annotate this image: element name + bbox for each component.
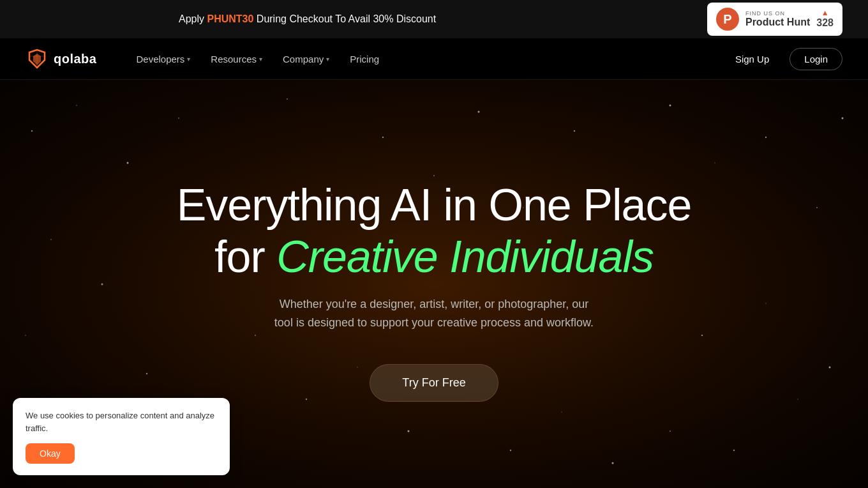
ph-arrow-icon: ▲: [821, 9, 829, 17]
hero-title-highlight: Creative Individuals: [276, 232, 654, 282]
nav-item-pricing[interactable]: Pricing: [342, 49, 387, 70]
ph-find-us-text: FIND US ON: [745, 10, 810, 17]
try-for-free-button[interactable]: Try For Free: [370, 364, 498, 402]
ph-number: 328: [816, 17, 834, 29]
svg-point-4: [178, 118, 179, 119]
svg-point-37: [510, 450, 511, 451]
svg-point-21: [714, 162, 715, 164]
nav-item-developers[interactable]: Developers ▾: [128, 49, 198, 70]
chevron-down-icon: ▾: [326, 56, 329, 63]
svg-point-1: [31, 130, 33, 132]
nav-item-resources[interactable]: Resources ▾: [203, 49, 270, 70]
ph-name: Product Hunt: [745, 17, 810, 28]
svg-point-20: [670, 105, 671, 107]
cookie-text: We use cookies to personalize content an…: [26, 409, 217, 434]
hero-title-line1: Everything AI in One Place: [177, 180, 692, 230]
logo-text: qolaba: [54, 52, 96, 66]
signup-button[interactable]: Sign Up: [725, 49, 779, 70]
logo[interactable]: qolaba: [26, 47, 96, 70]
svg-point-3: [127, 162, 129, 164]
ph-count: ▲ 328: [816, 9, 834, 29]
svg-point-22: [765, 137, 767, 138]
svg-point-31: [797, 399, 798, 400]
svg-point-2: [76, 105, 77, 106]
chevron-down-icon: ▾: [259, 56, 262, 63]
svg-point-16: [478, 111, 480, 113]
svg-point-8: [25, 335, 26, 336]
svg-point-9: [146, 373, 147, 374]
svg-point-30: [733, 450, 735, 451]
chevron-down-icon: ▾: [187, 56, 190, 63]
promo-code: PHUNT30: [207, 13, 253, 24]
svg-point-24: [842, 118, 844, 119]
ph-logo-icon: P: [716, 8, 739, 31]
nav-links: Developers ▾ Resources ▾ Company ▾ Prici…: [128, 49, 387, 70]
svg-point-6: [50, 239, 52, 240]
svg-point-23: [816, 207, 818, 208]
hero-title: Everything AI in One Place for Creative …: [177, 179, 692, 282]
announcement-text: Apply PHUNT30 During Checkout To Avail 3…: [179, 13, 436, 25]
svg-point-27: [765, 303, 767, 304]
nav-item-company[interactable]: Company ▾: [275, 49, 337, 70]
logo-icon: [26, 47, 49, 70]
hero-content: Everything AI in One Place for Creative …: [164, 128, 705, 440]
okay-button[interactable]: Okay: [26, 443, 75, 464]
svg-point-7: [101, 284, 103, 286]
svg-point-39: [612, 462, 614, 464]
nav-right: Sign Up Login: [725, 48, 842, 70]
svg-point-28: [829, 367, 831, 369]
ph-text-block: FIND US ON Product Hunt: [745, 10, 810, 28]
navbar: qolaba Developers ▾ Resources ▾ Company …: [0, 38, 868, 80]
product-hunt-badge[interactable]: P FIND US ON Product Hunt ▲ 328: [707, 3, 842, 36]
announcement-bar: Apply PHUNT30 During Checkout To Avail 3…: [0, 0, 868, 38]
cookie-banner: We use cookies to personalize content an…: [13, 398, 230, 475]
svg-point-12: [287, 98, 288, 100]
login-button[interactable]: Login: [789, 48, 842, 70]
hero-subtitle: Whether you're a designer, artist, write…: [177, 295, 692, 332]
nav-left: qolaba Developers ▾ Resources ▾ Company …: [26, 47, 387, 70]
hero-title-prefix: for: [214, 232, 276, 282]
